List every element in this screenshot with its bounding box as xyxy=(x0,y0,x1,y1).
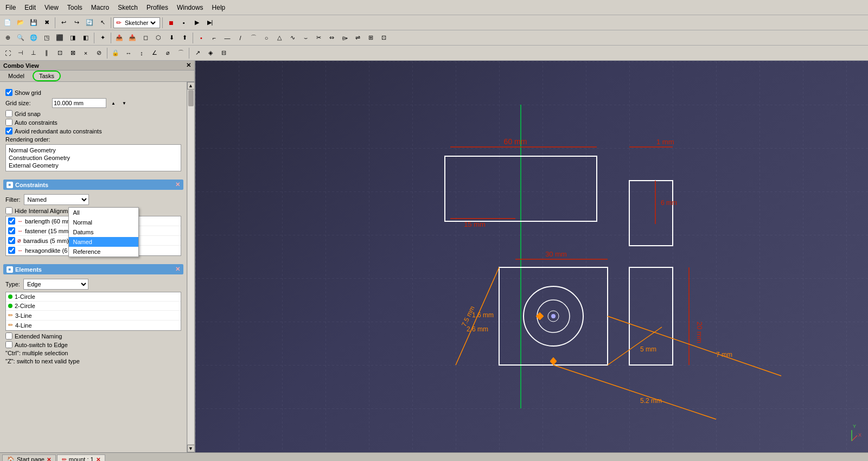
close-btn[interactable]: ✖ xyxy=(41,17,53,29)
filter-select[interactable]: Named xyxy=(24,194,89,205)
geo-btn1[interactable]: 📤 xyxy=(113,32,125,44)
save-btn[interactable]: 💾 xyxy=(28,17,40,29)
view-btn5[interactable]: ⬛ xyxy=(54,32,66,44)
auto-switch-checkbox[interactable] xyxy=(5,341,12,348)
scroll-down-btn[interactable]: ▼ xyxy=(187,445,195,452)
step-btn[interactable]: ▶| xyxy=(204,17,216,29)
con-btn7[interactable]: × xyxy=(80,47,92,59)
stop2-btn[interactable]: ▪ xyxy=(178,17,190,29)
line-btn[interactable]: — xyxy=(221,32,233,44)
refresh-btn[interactable]: 🔄 xyxy=(84,17,95,29)
canvas-area[interactable]: 60 mm 1 mm 15 mm 30 mm 20 mm xyxy=(195,61,868,452)
constraint-check-3[interactable] xyxy=(8,247,15,254)
menu-macro[interactable]: Macro xyxy=(89,3,111,12)
menu-sketch[interactable]: Sketch xyxy=(116,3,140,12)
clone-btn[interactable]: ⊡ xyxy=(378,32,390,44)
arc-btn[interactable]: ⌒ xyxy=(247,32,259,44)
menu-tools[interactable]: Tools xyxy=(65,3,85,12)
bspline-btn[interactable]: ∿ xyxy=(286,32,298,44)
stop-btn[interactable]: ⏹ xyxy=(165,17,177,29)
tab-start-page[interactable]: 🏠 Start page ✕ xyxy=(2,454,56,462)
hide-internal-checkbox[interactable] xyxy=(5,207,12,214)
elements-close[interactable]: ✕ xyxy=(175,266,180,273)
redo-btn[interactable]: ↪ xyxy=(71,17,82,29)
view-btn2[interactable]: 🔍 xyxy=(15,32,27,44)
con-btn9[interactable]: 🔒 xyxy=(110,47,122,59)
new-file-btn[interactable]: 📄 xyxy=(2,17,14,29)
dropdown-named[interactable]: Named xyxy=(69,237,138,247)
geo-btn4[interactable]: ⬡ xyxy=(152,32,164,44)
constraints-close[interactable]: ✕ xyxy=(175,181,180,188)
panel-scrollbar[interactable]: ▲ ▼ xyxy=(187,82,194,452)
menu-profiles[interactable]: Profiles xyxy=(144,3,170,12)
dropdown-datums[interactable]: Datums xyxy=(69,227,138,237)
scroll-thumb[interactable] xyxy=(188,90,194,106)
menu-windows[interactable]: Windows xyxy=(175,3,206,12)
con-btn12[interactable]: ∠ xyxy=(149,47,161,59)
auto-constraints-checkbox[interactable] xyxy=(5,119,12,126)
fillet-btn[interactable]: ⌣ xyxy=(299,32,311,44)
grid-size-input[interactable] xyxy=(52,98,106,108)
circ-btn[interactable]: ○ xyxy=(260,32,272,44)
macro-btn[interactable]: ▶ xyxy=(191,17,203,29)
geo-btn3[interactable]: ◻ xyxy=(139,32,151,44)
constraint-check-1[interactable] xyxy=(8,227,15,234)
con-btn14[interactable]: ⌒ xyxy=(175,47,187,59)
menu-file[interactable]: File xyxy=(3,3,18,12)
view-btn4[interactable]: ◳ xyxy=(41,32,53,44)
menu-help[interactable]: Help xyxy=(210,3,228,12)
geo-btn5[interactable]: ⬇ xyxy=(165,32,177,44)
tab-mount-close[interactable]: ✕ xyxy=(96,457,100,462)
con-btn16[interactable]: ◈ xyxy=(205,47,216,59)
snap-btn[interactable]: ✦ xyxy=(97,32,108,44)
point-btn[interactable]: • xyxy=(195,32,207,44)
trim-btn[interactable]: ✂ xyxy=(312,32,324,44)
con-btn8[interactable]: ⊘ xyxy=(93,47,105,59)
constraint-check-2[interactable] xyxy=(8,237,15,244)
grid-snap-checkbox[interactable] xyxy=(5,110,12,117)
app-select[interactable]: Sketcher xyxy=(123,17,157,28)
geo-btn2[interactable]: 📥 xyxy=(126,32,138,44)
menu-edit[interactable]: Edit xyxy=(22,3,38,12)
tab-model[interactable]: Model xyxy=(0,71,33,81)
avoid-redundant-checkbox[interactable] xyxy=(5,127,12,135)
pointer-btn[interactable]: ↖ xyxy=(97,17,108,29)
con-btn5[interactable]: ⊡ xyxy=(54,47,66,59)
undo-btn[interactable]: ↩ xyxy=(58,17,69,29)
dropdown-normal[interactable]: Normal xyxy=(69,217,138,227)
pattern-btn[interactable]: ⊞ xyxy=(365,32,376,44)
grid-size-down[interactable]: ▼ xyxy=(120,98,128,108)
app-selector[interactable]: ✏ Sketcher xyxy=(113,17,160,28)
open-btn[interactable]: 📂 xyxy=(15,17,27,29)
con-btn3[interactable]: ⊥ xyxy=(28,47,40,59)
tab-tasks[interactable]: Tasks xyxy=(33,71,61,81)
scroll-up-btn[interactable]: ▲ xyxy=(187,82,195,89)
poly-btn[interactable]: △ xyxy=(273,32,285,44)
dropdown-all[interactable]: All xyxy=(69,208,138,217)
con-btn4[interactable]: ∥ xyxy=(41,47,53,59)
constraint-check-0[interactable] xyxy=(8,217,15,225)
con-btn2[interactable]: ⊣ xyxy=(15,47,27,59)
con-btn13[interactable]: ⌀ xyxy=(162,47,174,59)
extended-naming-checkbox[interactable] xyxy=(5,332,12,340)
con-btn15[interactable]: ↗ xyxy=(192,47,203,59)
con-btn17[interactable]: ⊟ xyxy=(218,47,229,59)
tab-start-close[interactable]: ✕ xyxy=(47,457,51,462)
geo-btn6[interactable]: ⬆ xyxy=(178,32,190,44)
extend-btn[interactable]: ⇔ xyxy=(326,32,337,44)
grid-size-up[interactable]: ▲ xyxy=(110,98,117,108)
con-btn1[interactable]: ⛶ xyxy=(2,47,14,59)
view-btn1[interactable]: ⊕ xyxy=(2,32,14,44)
type-select[interactable]: Edge xyxy=(23,279,88,290)
view-btn3[interactable]: 🌐 xyxy=(28,32,40,44)
mirror-btn[interactable]: ⇌ xyxy=(352,32,363,44)
show-grid-checkbox[interactable] xyxy=(5,89,12,96)
view-btn7[interactable]: ◧ xyxy=(80,32,92,44)
tab-mount[interactable]: ✏ mount : 1 ✕ xyxy=(57,454,105,462)
line-start-btn[interactable]: ⌐ xyxy=(208,32,220,44)
dropdown-reference[interactable]: Reference xyxy=(69,247,138,257)
con-btn11[interactable]: ↕ xyxy=(136,47,148,59)
panel-scroll[interactable]: Show grid Grid size: ▲ ▼ Grid snap xyxy=(0,82,187,452)
view-btn6[interactable]: ◨ xyxy=(67,32,79,44)
menu-view[interactable]: View xyxy=(42,3,61,12)
